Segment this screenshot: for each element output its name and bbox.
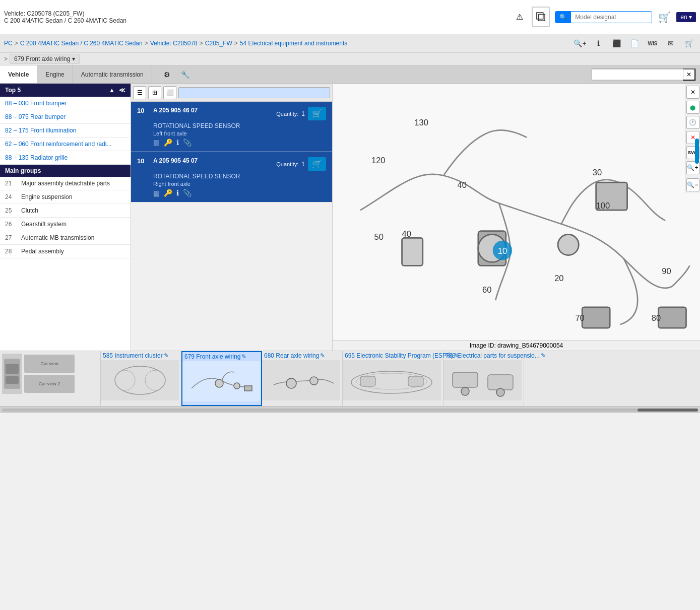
tab-extra-icons: ⚙ 🔧 xyxy=(160,65,193,83)
parts-panel: ☰ ⊞ ⬜ 10 A 205 905 46 07 Quantity: 1 🛒 R… xyxy=(131,84,333,351)
info-icon[interactable]: ℹ xyxy=(591,36,605,50)
svg-rect-37 xyxy=(488,375,513,390)
front-axle-wiring-breadcrumb[interactable]: 679 Front axle wiring ▾ xyxy=(10,54,80,64)
sidebar-group-24[interactable]: 24 Engine suspension xyxy=(0,190,131,204)
document-icon[interactable]: 📄 xyxy=(627,36,642,50)
wis-icon[interactable]: WIS xyxy=(646,36,660,50)
part-grid-icon-1[interactable]: ▦ xyxy=(153,139,160,147)
language-selector[interactable]: en ▾ xyxy=(676,12,696,22)
svg-text:60: 60 xyxy=(482,285,491,294)
svg-text:100: 100 xyxy=(596,201,610,210)
expand-btn[interactable]: ⬜ xyxy=(163,86,176,99)
svg-text:20: 20 xyxy=(554,274,563,283)
vehicle-model: C 200 4MATIC Sedan / C 260 4MATIC Sedan xyxy=(4,17,126,24)
tab-engine[interactable]: Engine xyxy=(37,65,73,83)
add-to-cart-btn-1[interactable]: 🛒 xyxy=(308,107,326,120)
image-tools: ✕ ⬤ 🕐 ✕ SVG 🔍+ 🔍− xyxy=(685,84,700,193)
part-item-2[interactable]: 10 A 205 905 45 07 Quantity: 1 🛒 ROTATIO… xyxy=(131,152,332,202)
part-key-icon-1[interactable]: 🔑 xyxy=(164,139,172,147)
sidebar-collapse-icon[interactable]: ▲ xyxy=(109,87,115,94)
add-to-cart-btn-2[interactable]: 🛒 xyxy=(308,157,326,171)
cart-icon[interactable]: 🛒 xyxy=(657,10,671,24)
list-view-btn[interactable]: ☰ xyxy=(133,86,146,99)
tabs-search-input[interactable] xyxy=(592,70,683,80)
thumbnail-680[interactable]: 680 Rear axle wiring ✎ xyxy=(262,351,343,406)
sidebar-group-27[interactable]: 27 Automatic MB transmission xyxy=(0,231,131,245)
thumbnail-edit-icon-783[interactable]: ✎ xyxy=(541,352,546,359)
part-key-icon-2[interactable]: 🔑 xyxy=(164,189,172,197)
settings-icon[interactable]: ⚙ xyxy=(160,67,174,82)
part-doc-icon-1[interactable]: 📎 xyxy=(183,139,192,147)
sidebar-top-item-2[interactable]: 88 – 075 Rear bumper xyxy=(0,110,131,124)
tab-automatic-transmission[interactable]: Automatic transmission xyxy=(73,65,152,83)
breadcrumb-vehicle[interactable]: Vehicle: C205078 xyxy=(150,40,198,47)
svg-rect-22 xyxy=(6,364,19,374)
svg-text:40: 40 xyxy=(402,229,411,238)
breadcrumb-c205fw[interactable]: C205_FW xyxy=(205,40,232,47)
sidebar-top-item-3[interactable]: 82 – 175 Front illumination xyxy=(0,124,131,138)
tabs-search-button[interactable]: ✕ xyxy=(683,69,695,81)
svg-rect-34 xyxy=(360,376,375,386)
filter-icon[interactable]: ⬛ xyxy=(609,36,623,50)
search-icon[interactable]: 🔍 xyxy=(555,12,571,23)
thumbnail-img-679 xyxy=(182,361,261,401)
thumbnail-edit-icon-680[interactable]: ✎ xyxy=(320,352,325,359)
sidebar-group-26[interactable]: 26 Gearshift system xyxy=(0,218,131,231)
svg-rect-23 xyxy=(6,376,19,384)
sidebar-top-item-5[interactable]: 88 – 135 Radiator grille xyxy=(0,151,131,165)
zoom-in-icon[interactable]: 🔍+ xyxy=(573,36,587,50)
warning-icon[interactable]: ⚠ xyxy=(513,10,527,24)
breadcrumb-electrical[interactable]: 54 Electrical equipment and instruments xyxy=(240,40,347,47)
part-item-1[interactable]: 10 A 205 905 46 07 Quantity: 1 🛒 ROTATIO… xyxy=(131,102,332,152)
grid-view-btn[interactable]: ⊞ xyxy=(148,86,161,99)
scrollbar-thumb[interactable] xyxy=(638,409,698,412)
thumbnail-edit-icon-679[interactable]: ✎ xyxy=(241,353,246,360)
model-search: 🔍 xyxy=(555,11,652,23)
mail-icon[interactable]: ✉ xyxy=(664,36,678,50)
svg-text:40: 40 xyxy=(458,180,467,189)
header-right: ⚠ ⧉ 🔍 🛒 en ▾ xyxy=(513,7,696,27)
thumbnail-0[interactable]: Car view Car view 2 xyxy=(0,351,101,406)
sidebar-minimize-icon[interactable]: ≪ xyxy=(119,87,125,94)
svg-text:120: 120 xyxy=(371,156,386,165)
sidebar-group-28[interactable]: 28 Pedal assembly xyxy=(0,245,131,258)
svg-point-30 xyxy=(286,378,296,388)
tabs-search: ✕ xyxy=(592,68,696,81)
wrench-icon[interactable]: 🔧 xyxy=(178,67,193,82)
sidebar-main-groups-header: Main groups xyxy=(0,165,131,177)
tabs: Vehicle Engine Automatic transmission ⚙ … xyxy=(0,65,193,83)
thumbnail-695[interactable]: 695 Electronic Stability Program (ESP®) … xyxy=(343,351,443,406)
thumbnail-585[interactable]: 585 Instrument cluster ✎ xyxy=(101,351,181,406)
bottom-scrollbar[interactable] xyxy=(0,406,700,413)
image-filter-btn[interactable]: ⬤ xyxy=(686,101,699,114)
thumbnail-edit-icon-585[interactable]: ✎ xyxy=(164,352,169,359)
sidebar-group-25[interactable]: 25 Clutch xyxy=(0,204,131,218)
svg-rect-2 xyxy=(658,307,686,328)
svg-point-26 xyxy=(145,370,165,390)
svg-point-5 xyxy=(558,234,579,255)
front-axle-label: 679 Front axle wiring xyxy=(14,55,70,62)
thumbnail-783[interactable]: 783 Electrical parts for suspensio... ✎ xyxy=(443,351,524,406)
part-grid-icon-2[interactable]: ▦ xyxy=(153,189,160,197)
tab-vehicle[interactable]: Vehicle xyxy=(0,65,37,83)
model-search-input[interactable] xyxy=(571,12,652,23)
part-info-icon-2[interactable]: ℹ xyxy=(176,189,179,197)
copy-icon[interactable]: ⧉ xyxy=(532,7,550,27)
image-zoom-out-btn[interactable]: 🔍− xyxy=(686,178,699,191)
breadcrumb-pc[interactable]: PC xyxy=(4,40,13,47)
sidebar-top-item-1[interactable]: 88 – 030 Front bumper xyxy=(0,97,131,110)
svg-text:10: 10 xyxy=(498,246,507,255)
thumbnail-679[interactable]: 679 Front axle wiring ✎ xyxy=(181,351,262,406)
image-history-btn[interactable]: 🕐 xyxy=(686,116,699,129)
cart-tool-icon[interactable]: 🛒 xyxy=(682,36,696,50)
breadcrumb-arrow: > xyxy=(4,55,8,62)
sidebar-top-item-4[interactable]: 62 – 060 Front reinforcement and radi... xyxy=(0,138,131,151)
breadcrumb-model[interactable]: C 200 4MATIC Sedan / C 260 4MATIC Sedan xyxy=(20,40,143,47)
sidebar-group-21[interactable]: 21 Major assembly detachable parts xyxy=(0,177,131,190)
breadcrumb: PC > C 200 4MATIC Sedan / C 260 4MATIC S… xyxy=(4,40,347,47)
part-doc-icon-2[interactable]: 📎 xyxy=(183,189,192,197)
parts-toolbar: ☰ ⊞ ⬜ xyxy=(131,84,332,102)
close-image-btn[interactable]: ✕ xyxy=(686,86,699,99)
part-info-icon-1[interactable]: ℹ xyxy=(176,139,179,147)
thumbnail-img-680 xyxy=(262,360,340,400)
